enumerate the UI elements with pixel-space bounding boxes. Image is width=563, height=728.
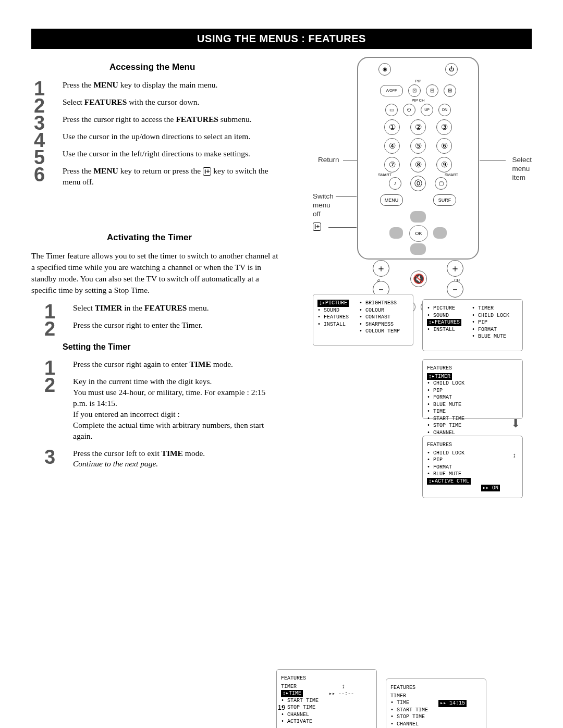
step-item: Press the cursor right to access the FEA… [31,114,282,125]
menu-line: • PIP [427,387,464,394]
dpad-ok: OK [409,225,428,242]
btn-aoff: A/OFF [380,85,403,96]
menu-line: • FORMAT [427,464,471,471]
menu-line: • SOUND [427,312,461,319]
menu-line: • BRIGHTNESS [359,300,400,307]
menu-line: • CHILD LOCK [427,380,464,387]
digit-2: ② [410,119,426,135]
step-item: Press the cursor right to enter the Time… [42,320,282,331]
digit-9: ⑨ [436,157,452,172]
digit-0: ⓪ [410,176,426,191]
menu-line: • ACTIVATE [281,718,319,725]
menu-line: • PIP [472,319,509,326]
menu-line: • SHARPNESS [359,321,400,328]
menu-box-picture: ↨▸PICTURE• SOUND• FEATURES• INSTALL • BR… [313,294,413,346]
digit-7: ⑦ [384,157,400,172]
heading-activating: Activating the Timer [31,232,282,243]
digit-1: ① [384,119,400,135]
pip-label: PIP [358,79,478,83]
btn-surf: SURF [433,194,456,206]
menu-line: • STOP TIME [427,422,464,429]
menu-line: • FORMAT [472,326,509,334]
menu-screens: ↨▸PICTURE• SOUND• FEATURES• INSTALL • BR… [313,294,532,669]
btn-dn: DN [438,104,451,116]
menu-line: • COLOUR TEMP [359,328,400,335]
down-arrow-icon: ⬇ [511,417,520,430]
menu-line: • TIMER [472,305,509,312]
menu4-col1: • CHILD LOCK• PIP• FORMAT• BLUE MUTE↨▸AC… [427,450,471,485]
banner-text: USING THE MENUS : FEATURES [197,33,366,44]
menu-box-features: • PICTURE• SOUND↨▸FEATURES• INSTALL • TI… [422,299,523,351]
menu-line: • BLUE MUTE [472,333,509,340]
btn-vol-up: ＋ [373,260,389,277]
menu1-col2: • BRIGHTNESS• COLOUR• CONTRAST• SHARPNES… [359,300,400,335]
btn-pip1: ⊡ [408,84,421,97]
digit-8: ⑧ [410,157,426,172]
menu-line: ↨▸TIMER [427,373,464,380]
step-item: Use the cursor in the up/down directions… [31,131,282,142]
menu-line: • PICTURE [427,305,461,312]
menu-line: • INSTALL [317,321,349,328]
step-item: Select TIMER in the FEATURES menu. [42,303,282,314]
menu-line: • COLOUR [359,307,400,314]
menu-line: • STOP TIME [390,713,428,721]
menu-line: ↨▸PICTURE [317,300,349,307]
btn-smart-l: ♪ [389,177,401,190]
menu-box-timer: FEATURES ↨▸TIMER• CHILD LOCK• PIP• FORMA… [422,359,523,419]
btn-smart-r: ▢ [435,177,447,190]
btn-menu: MENU [380,194,403,206]
bottom-menu-screens: FEATURES TIMER ↨ ↨▸TIME• START TIME• STO… [31,669,532,728]
callout-switch-off: Switch menu off [313,192,334,219]
menu-line: • START TIME [427,415,464,423]
callout-select: Select menu item [512,156,532,182]
menu-line: • FORMAT [427,394,464,401]
remote-body: ◉ ⏻ PIP A/OFF ⊡ ⊟ ⊞ PIP CH ▭ ⏲ [357,57,479,260]
callout-info-icon: i+ [313,223,321,231]
btn-ch-up: ＋ [447,260,463,277]
btn-pip2: ⊟ [426,84,438,97]
dpad-right [433,227,447,239]
activating-intro: The Timer feature allows you to set the … [31,250,282,295]
step-item: Press the MENU key to display the main m… [31,80,282,91]
accessing-steps: Press the MENU key to display the main m… [31,80,282,187]
btn-power: ⏻ [445,63,458,76]
step-item: Press the MENU key to return or press th… [31,166,282,188]
menu-line: • START TIME [281,697,319,705]
dpad-up [410,211,426,223]
menu-line: • PIP [427,456,471,464]
menu2-col1: • PICTURE• SOUND↨▸FEATURES• INSTALL [427,305,461,333]
step-item: Press the cursor right again to enter TI… [42,359,282,370]
setting-steps: Press the cursor right again to enter TI… [42,359,282,470]
menu-line: ↨▸FEATURES [427,319,461,326]
dpad: OK [389,211,447,255]
info-plus-icon: i+ [203,167,211,176]
menu-line: • CHILD LOCK [427,450,471,457]
page-title-banner: USING THE MENUS : FEATURES [31,29,532,49]
step-item: Select FEATURES with the cursor down. [31,97,282,108]
menu-line: ↨▸ACTIVE CTRL [427,478,471,485]
digit-6: ⑥ [436,138,452,154]
heading-setting: Setting the Timer [63,342,282,352]
callout-return: Return [318,156,339,165]
btn-pip3: ⊞ [444,84,456,97]
digit-4: ④ [384,138,400,154]
menu-line: ↨▸TIME [281,690,319,697]
menu4-val: ▸▸ ON [481,485,500,492]
right-column: Return Select menu item Switch menu off … [313,62,532,669]
menu-line: • CHANNEL [390,721,428,728]
menu-line: • CHANNEL [281,711,319,719]
menu-line: • INSTALL [427,326,461,334]
btn-up: UP [421,104,433,116]
pipch-label: PIP CH [358,98,478,103]
menu-line: • BLUE MUTE [427,401,464,409]
remote-illustration: Return Select menu item Switch menu off … [313,57,532,263]
dpad-down [410,243,426,255]
menu-line: • CHANNEL [427,429,464,437]
menu3-col1: ↨▸TIMER• CHILD LOCK• PIP• FORMAT• BLUE M… [427,373,464,409]
menu-line: • TIME [427,408,464,415]
page-number: 19 [0,704,563,711]
menu1-col1: ↨▸PICTURE• SOUND• FEATURES• INSTALL [317,300,349,328]
digit-5: ⑤ [410,138,426,154]
heading-accessing: Accessing the Menu [31,62,282,72]
menu2-col2: • TIMER• CHILD LOCK• PIP• FORMAT• BLUE M… [472,305,509,340]
